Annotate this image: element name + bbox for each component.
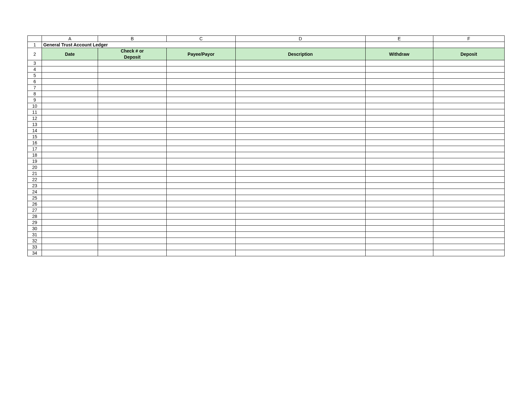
cell-B25[interactable] [98,195,167,201]
cell-B9[interactable] [98,97,167,103]
column-header-d[interactable]: D [235,36,365,42]
cell-A4[interactable] [42,66,98,73]
cell-D16[interactable] [235,140,365,146]
cell-A14[interactable] [42,128,98,134]
cell-B33[interactable] [98,244,167,250]
column-header-f[interactable]: F [433,36,504,42]
ledger-title[interactable]: General Trust Account Ledger [42,42,235,48]
cell-C27[interactable] [167,207,235,213]
cell-E16[interactable] [365,140,433,146]
cell-A6[interactable] [42,79,98,85]
cell-C4[interactable] [167,66,235,73]
row-header[interactable]: 4 [28,66,42,73]
cell-C9[interactable] [167,97,235,103]
cell-C22[interactable] [167,177,235,183]
cell-B22[interactable] [98,177,167,183]
cell-F12[interactable] [433,115,504,122]
cell-F9[interactable] [433,97,504,103]
cell-E30[interactable] [365,226,433,232]
cell-A7[interactable] [42,85,98,91]
cell-F20[interactable] [433,164,504,171]
row-header[interactable]: 19 [28,158,42,164]
cell-C32[interactable] [167,238,235,244]
cell-E17[interactable] [365,146,433,152]
row-header[interactable]: 13 [28,122,42,128]
cell-F22[interactable] [433,177,504,183]
cell-B24[interactable] [98,189,167,195]
cell-D28[interactable] [235,213,365,220]
cell-B19[interactable] [98,158,167,164]
cell-E10[interactable] [365,103,433,109]
cell-F32[interactable] [433,238,504,244]
cell-A18[interactable] [42,152,98,158]
cell-B11[interactable] [98,109,167,115]
cell-A3[interactable] [42,60,98,66]
cell-F34[interactable] [433,250,504,256]
cell-A29[interactable] [42,220,98,226]
cell-D3[interactable] [235,60,365,66]
cell-D30[interactable] [235,226,365,232]
cell-C17[interactable] [167,146,235,152]
cell-F11[interactable] [433,109,504,115]
cell-F33[interactable] [433,244,504,250]
cell-E31[interactable] [365,232,433,238]
cell-C25[interactable] [167,195,235,201]
cell-D27[interactable] [235,207,365,213]
cell-A34[interactable] [42,250,98,256]
cell-B10[interactable] [98,103,167,109]
cell-D20[interactable] [235,164,365,171]
cell-C13[interactable] [167,122,235,128]
cell-A32[interactable] [42,238,98,244]
cell-D5[interactable] [235,73,365,79]
cell-F13[interactable] [433,122,504,128]
cell-C11[interactable] [167,109,235,115]
cell-E27[interactable] [365,207,433,213]
row-header[interactable]: 8 [28,91,42,97]
cell-A12[interactable] [42,115,98,122]
cell-E20[interactable] [365,164,433,171]
row-header[interactable]: 9 [28,97,42,103]
cell-E34[interactable] [365,250,433,256]
row-header[interactable]: 34 [28,250,42,256]
cell-A5[interactable] [42,73,98,79]
cell-B34[interactable] [98,250,167,256]
cell-D14[interactable] [235,128,365,134]
cell-E15[interactable] [365,134,433,140]
row-header[interactable]: 26 [28,201,42,207]
cell-D19[interactable] [235,158,365,164]
row-header[interactable]: 18 [28,152,42,158]
cell-F6[interactable] [433,79,504,85]
cell-F27[interactable] [433,207,504,213]
cell-B5[interactable] [98,73,167,79]
cell-E11[interactable] [365,109,433,115]
cell-B3[interactable] [98,60,167,66]
cell-D11[interactable] [235,109,365,115]
cell-A26[interactable] [42,201,98,207]
row-header[interactable]: 16 [28,140,42,146]
cell-F31[interactable] [433,232,504,238]
cell-F1[interactable] [433,42,504,48]
row-header[interactable]: 3 [28,60,42,66]
cell-D25[interactable] [235,195,365,201]
cell-B21[interactable] [98,171,167,177]
cell-D12[interactable] [235,115,365,122]
cell-E6[interactable] [365,79,433,85]
cell-E14[interactable] [365,128,433,134]
cell-B23[interactable] [98,183,167,189]
cell-A28[interactable] [42,213,98,220]
cell-E5[interactable] [365,73,433,79]
cell-C30[interactable] [167,226,235,232]
cell-E7[interactable] [365,85,433,91]
cell-C21[interactable] [167,171,235,177]
cell-C10[interactable] [167,103,235,109]
row-header[interactable]: 17 [28,146,42,152]
cell-B31[interactable] [98,232,167,238]
row-header[interactable]: 1 [28,42,42,48]
cell-C29[interactable] [167,220,235,226]
cell-F16[interactable] [433,140,504,146]
cell-E18[interactable] [365,152,433,158]
cell-C15[interactable] [167,134,235,140]
cell-D15[interactable] [235,134,365,140]
cell-D26[interactable] [235,201,365,207]
cell-B16[interactable] [98,140,167,146]
